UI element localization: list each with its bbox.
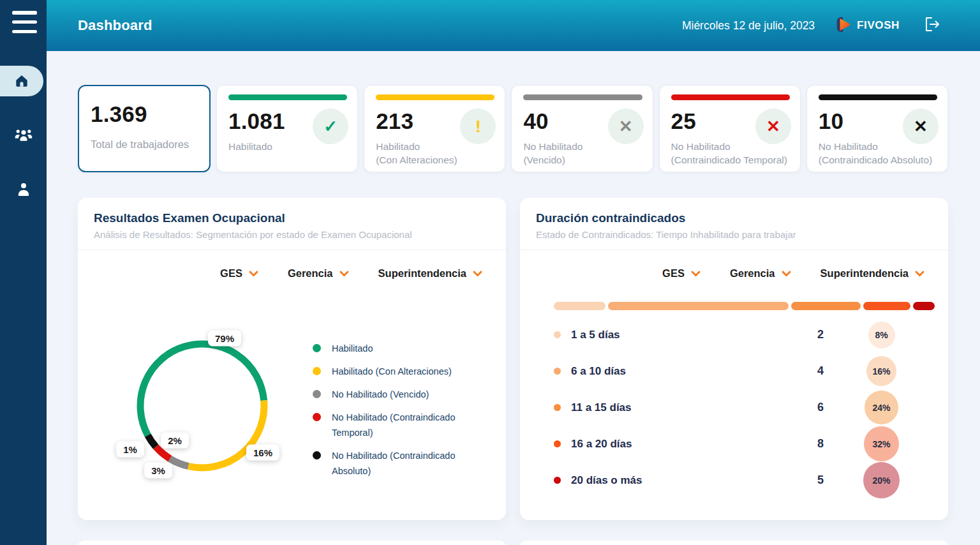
- legend-dot: [313, 451, 321, 459]
- donut-label-habilitado: 79%: [208, 331, 241, 347]
- row-percent-bubble: 32%: [864, 426, 899, 461]
- cross-icon: ✕: [914, 117, 928, 137]
- panel-resultados-examen: Resultados Examen Ocupacional Análisis d…: [78, 198, 506, 520]
- chevron-down-icon: [473, 267, 482, 280]
- donut-label-temporal: 2%: [161, 433, 189, 449]
- card-accent-bar: [671, 94, 790, 100]
- row-count: 8: [801, 437, 840, 451]
- card-accent-bar: [228, 94, 347, 100]
- card-accent-bar: [523, 94, 642, 100]
- duration-row: 6 a 10 días 4 16%: [554, 353, 923, 389]
- chevron-down-icon: [782, 267, 791, 280]
- peek-panel: [78, 541, 506, 545]
- duration-row: 16 a 20 días 8 32%: [554, 426, 923, 462]
- sidebar-item-workers[interactable]: [0, 120, 47, 151]
- next-panels-peek: [78, 541, 948, 545]
- sidebar-item-home[interactable]: [0, 66, 43, 96]
- chevron-down-icon: [249, 267, 258, 280]
- cross-icon: ✕: [766, 117, 780, 137]
- donut-label-con-alteraciones: 16%: [246, 445, 279, 461]
- stat-number: 1.369: [91, 101, 199, 127]
- dashboard-content: 1.369 Total de trabajadores 1.081 Habili…: [47, 51, 980, 545]
- card-accent-bar: [819, 94, 937, 100]
- top-bar: Dashboard Miércoles 12 de julio, 2023: [47, 0, 980, 51]
- panel-subtitle: Estado de Contraindicados: Tiempo Inhabi…: [536, 229, 933, 240]
- status-badge: ✕: [903, 108, 939, 144]
- home-icon: [13, 73, 30, 89]
- peek-panel: [520, 541, 948, 545]
- panel-title: Duración contraindicados: [536, 211, 933, 225]
- row-dot: [554, 477, 561, 484]
- menu-toggle-button[interactable]: [12, 11, 37, 33]
- filter-gerencia[interactable]: Gerencia: [288, 267, 349, 280]
- filter-superintendencia[interactable]: Superintendencia: [820, 267, 924, 280]
- row-count: 2: [801, 328, 840, 341]
- people-group-icon: [14, 127, 33, 144]
- sidebar: [0, 0, 47, 545]
- duration-rows: 1 a 5 días 2 8% 6 a 10 días 4 16%: [554, 317, 923, 498]
- legend-item: No Habilitado (Vencido): [313, 387, 466, 402]
- filter-ges[interactable]: GES: [662, 267, 701, 280]
- row-percent-bubble: 16%: [866, 356, 896, 386]
- panel-header: Resultados Examen Ocupacional Análisis d…: [78, 198, 506, 250]
- logout-button[interactable]: [924, 16, 940, 35]
- row-count: 4: [801, 364, 840, 378]
- duration-row: 1 a 5 días 2 8%: [554, 317, 923, 353]
- filter-gerencia[interactable]: Gerencia: [730, 267, 791, 280]
- legend-dot: [313, 390, 321, 398]
- stat-card-total[interactable]: 1.369 Total de trabajadores: [78, 85, 211, 172]
- check-icon: ✓: [323, 117, 338, 137]
- chevron-down-icon: [691, 267, 701, 280]
- logout-icon: [924, 16, 940, 35]
- stat-card-habilitado[interactable]: 1.081 Habilitado ✓: [216, 85, 358, 172]
- panel-subtitle: Análisis de Resultados: Segmentación por…: [94, 229, 491, 240]
- sidebar-item-profile[interactable]: [0, 174, 47, 205]
- legend-dot: [313, 413, 321, 421]
- fivosh-logo-icon: [835, 16, 852, 36]
- stat-card-habilitado-alteraciones[interactable]: 213 Habilitado(Con Alteraciones) !: [364, 85, 505, 172]
- legend-item: Habilitado: [313, 341, 466, 356]
- chevron-down-icon: [339, 267, 349, 280]
- legend-item: No Habilitado (Contraindicado Temporal): [313, 410, 466, 440]
- stat-card-contraindicado-temporal[interactable]: 25 No Habilitado(Contraindicado Temporal…: [659, 85, 801, 172]
- row-dot: [554, 440, 561, 447]
- legend-dot: [313, 344, 321, 352]
- status-badge: ✕: [755, 108, 791, 144]
- stat-cards-row: 1.369 Total de trabajadores 1.081 Habili…: [78, 85, 948, 172]
- duration-row: 20 días o más 5 20%: [554, 462, 923, 498]
- panel-header: Duración contraindicados Estado de Contr…: [520, 198, 948, 250]
- row-count: 5: [801, 474, 840, 487]
- stat-card-no-habilitado-vencido[interactable]: 40 No Habilitado(Vencido) ✕: [511, 85, 653, 172]
- brand-name: FIVOSH: [857, 19, 900, 32]
- exclamation-icon: !: [475, 117, 481, 137]
- page-title: Dashboard: [78, 17, 152, 34]
- stat-card-contraindicado-absoluto[interactable]: 10 No Habilitado(Contraindicado Absoluto…: [806, 85, 948, 172]
- status-badge: ✓: [313, 108, 348, 144]
- row-percent-bubble: 8%: [868, 322, 895, 348]
- cross-icon: ✕: [619, 117, 633, 137]
- donut-label-absoluto: 1%: [116, 442, 144, 458]
- row-percent-bubble: 20%: [863, 462, 900, 498]
- row-percent-bubble: 24%: [865, 391, 898, 424]
- app-root: Dashboard Miércoles 12 de julio, 2023: [0, 0, 980, 545]
- card-accent-bar: [376, 94, 494, 100]
- row-dot: [554, 404, 561, 411]
- brand-logo: FIVOSH: [835, 16, 900, 36]
- chevron-down-icon: [915, 267, 924, 280]
- legend-item: Habilitado (Con Alteraciones): [313, 364, 466, 379]
- status-badge: !: [460, 108, 496, 144]
- status-badge: ✕: [608, 108, 644, 144]
- filter-ges[interactable]: GES: [220, 267, 258, 280]
- current-date: Miércoles 12 de julio, 2023: [682, 19, 815, 33]
- duration-stacked-bar: [554, 302, 935, 310]
- duration-row: 11 a 15 días 6 24%: [554, 389, 923, 426]
- filter-superintendencia[interactable]: Superintendencia: [378, 267, 482, 280]
- row-count: 6: [801, 401, 840, 414]
- panel-duracion-contraindicados: Duración contraindicados Estado de Contr…: [520, 198, 948, 520]
- legend-item: No Habilitado (Contraindicado Absoluto): [313, 448, 466, 479]
- donut-label-vencido: 3%: [144, 463, 172, 479]
- stat-label: Total de trabajadores: [91, 136, 199, 153]
- person-icon: [16, 181, 31, 198]
- filters-row: GES Gerencia Superintendencia: [520, 250, 948, 280]
- panel-title: Resultados Examen Ocupacional: [94, 211, 491, 225]
